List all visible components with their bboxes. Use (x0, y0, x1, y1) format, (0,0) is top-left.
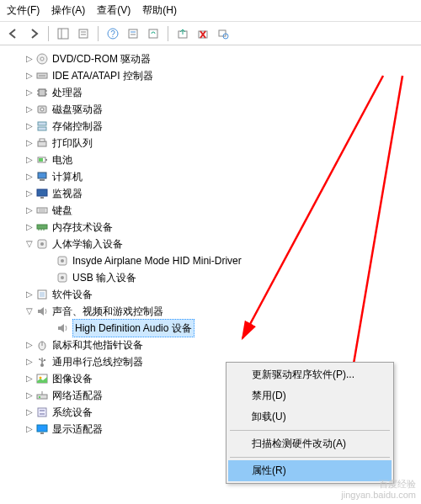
svg-rect-21 (39, 89, 45, 96)
tree-item[interactable]: USB 输入设备 (3, 269, 418, 286)
watermark: 百度经验 jingyan.baidu.com (341, 479, 416, 501)
svg-rect-7 (129, 29, 137, 38)
expand-icon[interactable]: ▷ (24, 387, 35, 404)
tree-item[interactable]: ▷计算机 (3, 168, 418, 185)
hid-icon (35, 237, 49, 251)
tree-item[interactable]: Insyde Airplane Mode HID Mini-Driver (3, 252, 418, 269)
svg-rect-70 (37, 425, 47, 432)
expand-icon[interactable]: ▷ (24, 353, 35, 370)
tree-item[interactable]: ▽人体学输入设备 (3, 236, 418, 252)
svg-rect-15 (219, 30, 226, 36)
tree-item-label: 处理器 (52, 84, 83, 101)
svg-point-51 (61, 276, 64, 279)
scan-hardware-button[interactable] (215, 25, 232, 42)
properties-button[interactable] (125, 25, 141, 42)
context-menu-uninstall[interactable]: 卸载(U) (228, 406, 392, 427)
expand-icon[interactable]: ▷ (24, 202, 35, 219)
disc-icon (35, 52, 49, 66)
context-menu-update-driver[interactable]: 更新驱动程序软件(P)... (228, 364, 392, 385)
tree-item[interactable]: ▷键盘 (3, 202, 418, 219)
tree-item[interactable]: ▷磁盘驱动器 (3, 101, 418, 118)
expand-icon[interactable]: ▷ (24, 135, 35, 151)
expand-icon[interactable]: ▷ (24, 404, 35, 421)
expand-icon[interactable]: ▷ (24, 370, 35, 387)
expand-icon[interactable]: ▷ (24, 421, 35, 438)
tree-item[interactable]: ▷存储控制器 (3, 118, 418, 135)
expand-icon[interactable]: ▷ (24, 84, 35, 101)
display-icon (35, 422, 49, 436)
expand-icon[interactable]: ▷ (24, 50, 35, 67)
expand-icon[interactable]: ▷ (24, 118, 35, 135)
tree-item[interactable]: ▷打印队列 (3, 135, 418, 151)
expand-icon[interactable]: ▷ (24, 337, 35, 353)
tree-item[interactable]: ▷鼠标和其他指针设备 (3, 337, 418, 353)
tree-item-label: 计算机 (52, 168, 83, 185)
printer-icon (35, 136, 49, 150)
svg-rect-29 (38, 127, 46, 130)
forward-button[interactable] (25, 25, 42, 42)
expand-icon[interactable]: ▷ (24, 286, 35, 303)
expand-icon[interactable]: ▷ (24, 101, 35, 118)
tree-item[interactable]: ▷DVD/CD-ROM 驱动器 (3, 50, 418, 67)
tree-item-label: 磁盘驱动器 (52, 101, 103, 118)
tree-item-label: 显示适配器 (52, 421, 103, 438)
show-hide-tree-button[interactable] (55, 25, 72, 42)
uninstall-button[interactable] (195, 25, 211, 42)
menu-view[interactable]: 查看(V) (97, 3, 131, 18)
toolbar-separator (48, 26, 49, 41)
collapse-icon[interactable]: ▽ (24, 303, 35, 320)
svg-point-27 (40, 108, 44, 111)
svg-point-60 (39, 358, 40, 360)
collapse-icon[interactable]: ▽ (24, 236, 35, 252)
expand-icon[interactable]: ▷ (24, 219, 35, 236)
menu-file[interactable]: 文件(F) (7, 3, 40, 18)
tree-item-label: Insyde Airplane Mode HID Mini-Driver (72, 252, 242, 269)
svg-rect-30 (38, 141, 46, 146)
expand-icon[interactable]: ▷ (24, 151, 35, 168)
context-menu-scan-hardware[interactable]: 扫描检测硬件改动(A) (228, 433, 392, 454)
tree-item-label: 存储控制器 (52, 118, 103, 135)
export-list-button[interactable] (75, 25, 92, 42)
tree-item-label: 系统设备 (52, 404, 93, 421)
tree-item-label: 人体学输入设备 (52, 236, 123, 252)
tree-item[interactable]: ▷软件设备 (3, 286, 418, 303)
menu-action[interactable]: 操作(A) (51, 3, 85, 18)
cpu-icon (35, 86, 49, 99)
tree-item[interactable]: ▽声音、视频和游戏控制器 (3, 303, 418, 320)
tree-item-label: IDE ATA/ATAPI 控制器 (52, 67, 153, 84)
tree-item-label: 鼠标和其他指针设备 (52, 337, 143, 353)
toolbar-separator (168, 26, 168, 41)
menu-help[interactable]: 帮助(H) (142, 3, 177, 18)
context-menu: 更新驱动程序软件(P)... 禁用(D) 卸载(U) 扫描检测硬件改动(A) 属… (226, 362, 394, 484)
refresh-button[interactable] (145, 25, 162, 42)
back-button[interactable] (5, 25, 22, 42)
expand-icon[interactable]: ▷ (24, 168, 35, 185)
audio-icon (56, 321, 69, 335)
tree-item-label: 通用串行总线控制器 (52, 353, 143, 370)
help-button[interactable]: ? (104, 25, 121, 42)
svg-rect-71 (40, 432, 44, 434)
tree-item-label: 监视器 (52, 185, 83, 202)
tree-item[interactable]: ▷电池 (3, 151, 418, 168)
context-menu-disable[interactable]: 禁用(D) (228, 385, 392, 406)
tree-item[interactable]: ▷IDE ATA/ATAPI 控制器 (3, 67, 418, 84)
tree-item[interactable]: High Definition Audio 设备 (3, 320, 418, 337)
tree-item[interactable]: ▷处理器 (3, 84, 418, 101)
svg-rect-39 (37, 208, 47, 213)
tree-item[interactable]: ▷监视器 (3, 185, 418, 202)
update-driver-button[interactable] (174, 25, 191, 42)
audio-icon (35, 305, 49, 318)
svg-rect-31 (40, 139, 45, 141)
hid-icon (56, 271, 69, 284)
tree-item-label: USB 输入设备 (72, 269, 136, 286)
svg-rect-38 (40, 197, 44, 199)
keyboard-icon (35, 204, 49, 217)
expand-icon[interactable]: ▷ (24, 67, 35, 84)
toolbar-separator (98, 26, 99, 41)
svg-rect-42 (37, 225, 47, 229)
tree-item[interactable]: ▷内存技术设备 (3, 219, 418, 236)
memory-icon (35, 220, 49, 234)
svg-rect-61 (44, 359, 45, 361)
svg-rect-35 (38, 172, 46, 178)
expand-icon[interactable]: ▷ (24, 185, 35, 202)
